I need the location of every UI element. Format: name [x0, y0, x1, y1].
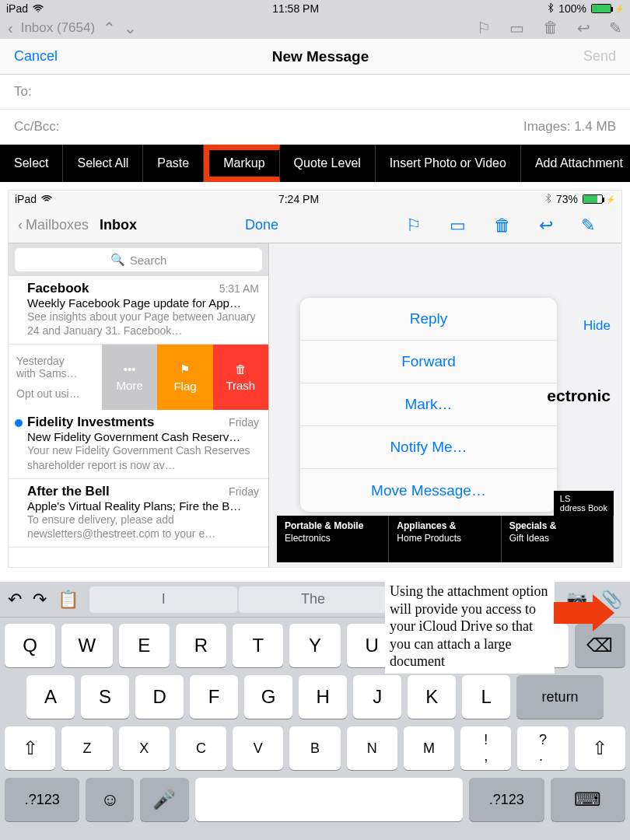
mail-toolbar: ‹Mailboxes Inbox Done ⚐ ▭ 🗑 ↩ ✎ — [9, 208, 621, 243]
key-a[interactable]: A — [26, 675, 75, 719]
suggestion[interactable]: I — [89, 586, 237, 613]
send-button[interactable]: Send — [583, 48, 616, 65]
ctx-paste[interactable]: Paste — [143, 145, 204, 182]
to-row[interactable]: To: — [0, 75, 630, 110]
ctx-select[interactable]: Select — [0, 145, 63, 182]
key-char[interactable]: B — [289, 726, 340, 770]
suggestion[interactable]: The — [239, 586, 387, 613]
redo-icon[interactable]: ↷ — [33, 590, 47, 610]
key-g[interactable]: G — [244, 675, 292, 719]
key-j[interactable]: J — [353, 675, 401, 719]
key-char[interactable]: N — [347, 726, 397, 770]
search-icon: 🔍 — [110, 253, 125, 267]
key-y[interactable]: Y — [289, 624, 340, 667]
key-return[interactable]: return — [516, 675, 604, 719]
key-e[interactable]: E — [119, 624, 170, 667]
key-shift[interactable]: ⇧ — [5, 726, 55, 770]
trash-icon: 🗑 — [235, 362, 247, 376]
inbox-title: Inbox — [100, 217, 137, 233]
key-char[interactable]: M — [404, 726, 454, 770]
key-q[interactable]: Q — [5, 624, 55, 667]
key-char[interactable]: ? . — [517, 726, 568, 770]
flag-icon: ⚐ — [477, 19, 491, 37]
key-h[interactable]: H — [299, 675, 347, 719]
clipboard-icon[interactable]: 📋 — [58, 590, 79, 610]
message-detail: Reply Forward Mark… Notify Me… Move Mess… — [269, 243, 621, 567]
wifi-icon — [33, 2, 44, 15]
wifi-icon — [41, 193, 52, 205]
key-w[interactable]: W — [61, 624, 112, 667]
undo-icon[interactable]: ↶ — [8, 590, 22, 610]
done-button[interactable]: Done — [245, 217, 278, 233]
list-item[interactable]: Facebook5:31 AM Weekly Facebook Page upd… — [9, 276, 268, 345]
ctx-quote-level[interactable]: Quote Level — [280, 145, 376, 182]
cancel-button[interactable]: Cancel — [14, 48, 58, 65]
key-l[interactable]: L — [462, 675, 510, 719]
key-t[interactable]: T — [233, 624, 283, 667]
key-f[interactable]: F — [190, 675, 238, 719]
bluetooth-icon — [545, 193, 551, 206]
key-r[interactable]: R — [176, 624, 226, 667]
context-menu: Select Select All Paste Markup Quote Lev… — [0, 145, 630, 182]
compose-icon[interactable]: ✎ — [581, 215, 595, 236]
action-notify[interactable]: Notify Me… — [300, 426, 557, 469]
back-label: Inbox (7654) — [21, 20, 95, 36]
key-numbers[interactable]: .?123 — [5, 778, 79, 821]
annotation-callout: Using the attachment option will provide… — [385, 579, 555, 674]
ctx-insert-photo[interactable]: Insert Photo or Video — [376, 145, 521, 182]
swipe-more[interactable]: •••More — [102, 345, 157, 410]
key-char[interactable]: X — [119, 726, 170, 770]
action-forward[interactable]: Forward — [300, 341, 557, 383]
chevron-down-icon: ⌄ — [124, 19, 137, 37]
images-size: Images: 1.4 MB — [523, 119, 616, 135]
search-bar[interactable]: 🔍Search — [9, 243, 268, 276]
clock-inner: 7:24 PM — [278, 193, 319, 205]
status-bar-inner: iPad 7:24 PM 73% ⚡ — [9, 191, 621, 208]
key-k[interactable]: K — [408, 675, 456, 719]
key-dictation[interactable]: 🎤 — [140, 778, 188, 821]
compose-icon: ✎ — [609, 19, 622, 37]
action-sheet: Reply Forward Mark… Notify Me… Move Mess… — [300, 298, 557, 512]
folder-icon[interactable]: ▭ — [450, 215, 466, 236]
swipe-flag[interactable]: ⚑Flag — [157, 345, 212, 410]
key-emoji[interactable]: ☺ — [86, 778, 134, 821]
ellipsis-icon: ••• — [124, 362, 136, 376]
list-item[interactable]: Fidelity InvestmentsFriday New Fidelity … — [9, 410, 268, 478]
swipe-trash[interactable]: 🗑Trash — [213, 345, 268, 410]
to-label: To: — [14, 84, 32, 100]
ctx-select-all[interactable]: Select All — [63, 145, 143, 182]
key-char[interactable]: ! , — [460, 726, 511, 770]
action-move[interactable]: Move Message… — [300, 469, 557, 512]
reply-icon[interactable]: ↩ — [539, 215, 553, 236]
ctx-markup[interactable]: Markup — [204, 145, 279, 182]
key-char[interactable]: C — [176, 726, 226, 770]
key-s[interactable]: S — [81, 675, 129, 719]
action-reply[interactable]: Reply — [300, 298, 557, 341]
trash-icon[interactable]: 🗑 — [494, 215, 511, 236]
chevron-up-icon: ⌃ — [103, 19, 116, 37]
key-shift[interactable]: ⇧ — [575, 726, 625, 770]
action-mark[interactable]: Mark… — [300, 383, 557, 426]
unread-dot-icon — [15, 419, 23, 427]
key-char[interactable]: V — [233, 726, 283, 770]
message-list: 🔍Search Facebook5:31 AM Weekly Facebook … — [9, 243, 269, 567]
key-space[interactable] — [195, 778, 464, 821]
key-char[interactable]: Z — [61, 726, 112, 770]
key-hide-keyboard[interactable]: ⌨ — [551, 778, 625, 821]
hide-button[interactable]: Hide — [583, 318, 611, 334]
battery-pct: 100% — [558, 2, 586, 15]
list-item[interactable]: After the BellFriday Apple's Virtual Rea… — [9, 479, 268, 548]
mailboxes-back[interactable]: ‹Mailboxes — [18, 217, 89, 233]
ccbcc-row[interactable]: Cc/Bcc: Images: 1.4 MB — [0, 110, 630, 145]
bluetooth-icon — [548, 2, 554, 16]
device-label: iPad — [6, 2, 28, 15]
category-strip: Portable & MobileElectronics Appliances … — [277, 516, 614, 562]
key-numbers[interactable]: .?123 — [469, 778, 544, 821]
ctx-add-attachment[interactable]: Add Attachment — [521, 145, 630, 182]
flag-icon[interactable]: ⚐ — [406, 215, 422, 236]
key-d[interactable]: D — [135, 675, 184, 719]
battery-pct-inner: 73% — [556, 193, 578, 205]
reply-icon: ↩ — [577, 19, 590, 37]
annotation-arrow-icon — [554, 602, 600, 624]
swiped-row: Yesterday with Sams… Opt out usi… •••Mor… — [9, 345, 268, 410]
